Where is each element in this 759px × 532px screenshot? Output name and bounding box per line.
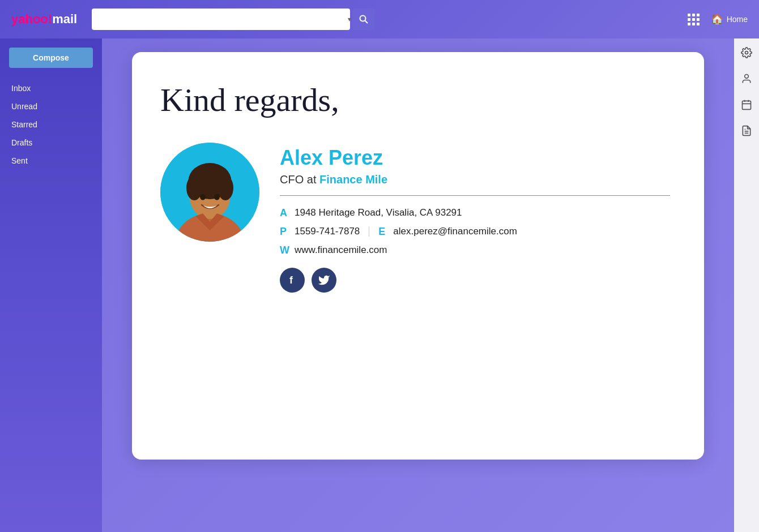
- phone-label: P: [280, 226, 290, 238]
- compose-button[interactable]: Compose: [9, 48, 93, 68]
- person-title: CFO at Finance Mile: [280, 173, 670, 186]
- twitter-icon: [318, 274, 330, 286]
- twitter-icon-button[interactable]: [312, 268, 336, 293]
- svg-point-8: [218, 175, 233, 200]
- sidebar-item-starred[interactable]: Starred: [0, 115, 102, 134]
- sidebar-item-drafts[interactable]: Drafts: [0, 134, 102, 152]
- social-row: f: [280, 268, 670, 293]
- title-prefix: CFO at: [280, 173, 319, 186]
- header-right: 🏠 Home: [688, 13, 748, 25]
- grid-dot: [692, 14, 695, 16]
- search-bar-wrapper: ▾: [92, 8, 375, 30]
- greeting-text: Kind regards,: [160, 80, 670, 120]
- email-value: alex.perez@financemile.com: [393, 226, 517, 237]
- grid-dot: [692, 18, 695, 21]
- row-divider: [369, 226, 369, 237]
- mail-text: mail: [52, 12, 77, 26]
- signature-card: Kind regards,: [132, 52, 704, 460]
- phone-email-row: P 1559-741-7878 E alex.perez@financemile…: [280, 226, 670, 238]
- contacts-icon: [741, 73, 752, 84]
- yahoo-mail-logo: yahoo!mail: [11, 12, 77, 27]
- apps-grid-button[interactable]: [688, 14, 700, 25]
- svg-line-1: [365, 21, 368, 24]
- svg-point-7: [186, 175, 202, 200]
- website-value: www.financemile.com: [295, 244, 387, 256]
- grid-dot: [697, 14, 700, 16]
- info-divider: [280, 195, 670, 196]
- grid-dot: [692, 23, 695, 25]
- address-label: A: [280, 207, 290, 219]
- notepad-icon: [741, 125, 752, 136]
- sidebar-item-sent[interactable]: Sent: [0, 152, 102, 170]
- svg-point-9: [200, 194, 206, 200]
- settings-icon: [741, 47, 752, 58]
- sidebar-item-unread[interactable]: Unread: [0, 97, 102, 115]
- svg-point-0: [360, 16, 366, 22]
- signature-body: Alex Perez CFO at Finance Mile A 1948 He…: [160, 143, 670, 293]
- search-input[interactable]: [92, 8, 350, 30]
- signature-info: Alex Perez CFO at Finance Mile A 1948 He…: [280, 143, 670, 293]
- search-dropdown-button[interactable]: ▾: [348, 15, 351, 23]
- svg-point-13: [745, 75, 749, 79]
- avatar: [160, 143, 259, 242]
- website-row: W www.financemile.com: [280, 244, 670, 256]
- home-icon: 🏠: [711, 13, 723, 25]
- search-submit-button[interactable]: [352, 8, 375, 30]
- home-label: Home: [727, 15, 748, 24]
- grid-dot: [688, 18, 690, 21]
- sidebar: Compose Inbox Unread Starred Drafts Sent: [0, 38, 102, 532]
- calendar-icon: [741, 99, 752, 110]
- address-value: 1948 Heritage Road, Visalia, CA 93291: [295, 207, 462, 218]
- sidebar-item-inbox[interactable]: Inbox: [0, 79, 102, 97]
- avatar-image: [160, 143, 259, 242]
- company-name: Finance Mile: [319, 173, 387, 186]
- right-sidebar: [734, 38, 759, 532]
- settings-icon-button[interactable]: [739, 45, 754, 60]
- grid-dot: [688, 23, 690, 25]
- phone-value: 1559-741-7878: [295, 226, 360, 237]
- svg-text:f: f: [289, 274, 293, 286]
- svg-point-10: [214, 194, 220, 200]
- facebook-icon: f: [286, 274, 299, 286]
- website-label: W: [280, 244, 290, 256]
- grid-dot: [688, 14, 690, 16]
- address-row: A 1948 Heritage Road, Visalia, CA 93291: [280, 207, 670, 219]
- home-link[interactable]: 🏠 Home: [711, 13, 748, 25]
- email-label: E: [378, 226, 389, 238]
- notepad-icon-button[interactable]: [739, 123, 754, 138]
- person-name: Alex Perez: [280, 146, 670, 170]
- contacts-icon-button[interactable]: [739, 71, 754, 86]
- svg-rect-14: [743, 101, 751, 109]
- grid-dot: [697, 23, 700, 25]
- main-layout: Compose Inbox Unread Starred Drafts Sent…: [0, 38, 759, 532]
- content-area: Kind regards,: [102, 38, 734, 532]
- grid-dot: [697, 18, 700, 21]
- search-icon: [359, 15, 368, 24]
- calendar-icon-button[interactable]: [739, 97, 754, 112]
- facebook-icon-button[interactable]: f: [280, 268, 305, 293]
- svg-point-12: [745, 52, 748, 54]
- yahoo-text: yahoo!: [11, 12, 52, 26]
- header: yahoo!mail ▾ 🏠 Home: [0, 0, 759, 38]
